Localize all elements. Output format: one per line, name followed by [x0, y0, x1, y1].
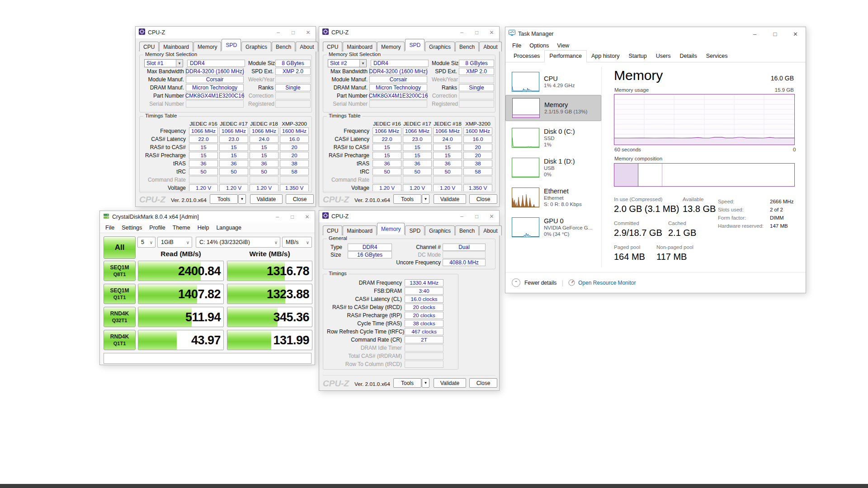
- titlebar[interactable]: Task Manager – □ ✕: [505, 27, 806, 41]
- tab-bench[interactable]: Bench: [272, 42, 295, 52]
- tools-dropdown-icon[interactable]: ▼: [238, 194, 246, 204]
- test-type-button[interactable]: SEQ1M Q8T1: [104, 261, 136, 281]
- tools-button[interactable]: Tools: [393, 194, 421, 204]
- tools-button[interactable]: Tools: [393, 378, 421, 388]
- timing-value: 50: [403, 168, 432, 175]
- menu-item[interactable]: Help: [194, 225, 213, 231]
- menu-item[interactable]: Theme: [169, 225, 194, 231]
- sidebar-item-cpu[interactable]: CPU1% 4.29 GHz: [505, 69, 601, 95]
- menu-item[interactable]: View: [553, 42, 573, 49]
- tab-performance[interactable]: Performance: [544, 50, 587, 62]
- tab-about[interactable]: About: [479, 42, 501, 52]
- tab-graphics[interactable]: Graphics: [241, 42, 271, 52]
- tab-bench[interactable]: Bench: [455, 225, 479, 235]
- tab-app-history[interactable]: App history: [587, 51, 624, 62]
- close-button[interactable]: ✕: [301, 27, 316, 38]
- window-title: Task Manager: [518, 31, 554, 37]
- test-size-select[interactable]: 1GiB∨: [157, 237, 192, 248]
- tab-details[interactable]: Details: [675, 51, 701, 62]
- validate-button[interactable]: Validate: [434, 194, 466, 204]
- sidebar-item-gpu[interactable]: GPU 0NVIDIA GeForce G...0% (34 °C): [505, 214, 601, 240]
- maximize-button[interactable]: □: [469, 27, 484, 38]
- tab-cpu[interactable]: CPU: [323, 225, 342, 235]
- tab-about[interactable]: About: [296, 42, 318, 52]
- validate-button[interactable]: Validate: [250, 194, 283, 204]
- test-type-button[interactable]: RND4K Q32T1: [104, 307, 136, 327]
- close-dialog-button[interactable]: Close: [469, 194, 497, 204]
- slot-select[interactable]: Slot #2 ▼: [328, 59, 367, 67]
- menu-item[interactable]: Language: [212, 225, 245, 231]
- taskbar[interactable]: [0, 484, 868, 488]
- menu-item[interactable]: File: [508, 42, 525, 49]
- minimize-button[interactable]: –: [745, 27, 765, 41]
- minimize-button[interactable]: –: [454, 27, 469, 38]
- tools-button[interactable]: Tools: [210, 194, 238, 204]
- fewer-details-toggle[interactable]: Fewer details: [524, 280, 557, 286]
- field-row: Registered: [248, 100, 311, 108]
- test-type-button[interactable]: SEQ1M Q1T1: [104, 284, 136, 304]
- close-button[interactable]: ✕: [785, 27, 806, 41]
- tab-startup[interactable]: Startup: [624, 51, 651, 62]
- comment-input[interactable]: [104, 353, 311, 364]
- tab-memory[interactable]: Memory: [377, 42, 405, 52]
- tab-services[interactable]: Services: [702, 51, 732, 62]
- target-drive-select[interactable]: C: 14% (33/232GiB)∨: [196, 237, 280, 248]
- titlebar[interactable]: CPU-Z – □ ✕: [319, 27, 499, 38]
- test-count-select[interactable]: 5∨: [137, 237, 156, 248]
- chevron-down-icon[interactable]: ▼: [176, 60, 183, 67]
- open-resource-monitor-link[interactable]: Open Resource Monitor: [568, 279, 636, 286]
- maximize-button[interactable]: □: [469, 211, 484, 222]
- tab-mainboard[interactable]: Mainboard: [343, 225, 377, 235]
- test-type-button[interactable]: RND4K Q1T1: [104, 330, 136, 350]
- menu-item[interactable]: Options: [525, 42, 553, 49]
- timing-value: 16.0: [280, 136, 309, 143]
- minimize-button[interactable]: –: [270, 211, 285, 223]
- tab-users[interactable]: Users: [651, 51, 675, 62]
- minimize-button[interactable]: –: [271, 27, 286, 38]
- close-dialog-button[interactable]: Close: [286, 194, 314, 204]
- tab-mainboard[interactable]: Mainboard: [343, 42, 377, 52]
- titlebar[interactable]: CrystalDiskMark 8.0.4 x64 [Admin] – □ ✕: [100, 211, 315, 223]
- tools-dropdown-icon[interactable]: ▼: [422, 194, 429, 204]
- tab-about[interactable]: About: [479, 225, 501, 235]
- tools-dropdown-icon[interactable]: ▼: [422, 378, 429, 388]
- chevron-up-icon[interactable]: ⌃: [512, 278, 520, 287]
- tab-mainboard[interactable]: Mainboard: [159, 42, 193, 52]
- tab-graphics[interactable]: Graphics: [425, 42, 455, 52]
- menu-item[interactable]: Settings: [118, 225, 146, 231]
- timing-value: 1066 MHz: [403, 127, 432, 135]
- tab-cpu[interactable]: CPU: [323, 42, 342, 52]
- close-button[interactable]: ✕: [300, 211, 315, 223]
- minimize-button[interactable]: –: [454, 211, 469, 222]
- maximize-button[interactable]: □: [285, 211, 300, 223]
- tab-strip: CPUMainboardMemorySPDGraphicsBenchAbout: [138, 39, 313, 51]
- sidebar-item-disk0[interactable]: Disk 0 (C:)SSD1%: [505, 125, 601, 151]
- timing-value: 1600 MHz: [463, 127, 492, 135]
- validate-button[interactable]: Validate: [434, 378, 466, 388]
- tab-bench[interactable]: Bench: [455, 42, 479, 52]
- titlebar[interactable]: CPU-Z – □ ✕: [136, 27, 316, 38]
- menu-item[interactable]: Profile: [146, 225, 169, 231]
- tab-memory[interactable]: Memory: [193, 42, 221, 52]
- sidebar-item-memory[interactable]: Memory2.1/15.9 GB (13%): [505, 95, 601, 121]
- sidebar-item-disk1[interactable]: Disk 1 (D:)USB0%: [505, 155, 601, 181]
- close-button[interactable]: ✕: [484, 211, 499, 222]
- tab-memory[interactable]: Memory: [377, 223, 405, 235]
- menu-item[interactable]: File: [102, 225, 118, 231]
- tab-cpu[interactable]: CPU: [139, 42, 159, 52]
- titlebar[interactable]: CPU-Z – □ ✕: [319, 211, 499, 222]
- unit-select[interactable]: MB/s∨: [282, 237, 312, 248]
- tab-spd[interactable]: SPD: [405, 225, 425, 235]
- sidebar-item-ethernet[interactable]: EthernetEthernetS: 0 R: 8.0 Kbps: [505, 184, 601, 211]
- tab-spd[interactable]: SPD: [222, 39, 241, 51]
- close-button[interactable]: ✕: [484, 27, 499, 38]
- tab-graphics[interactable]: Graphics: [425, 225, 455, 235]
- maximize-button[interactable]: □: [765, 27, 785, 41]
- chevron-down-icon[interactable]: ▼: [359, 60, 366, 67]
- close-dialog-button[interactable]: Close: [469, 378, 497, 388]
- maximize-button[interactable]: □: [286, 27, 301, 38]
- tab-processes[interactable]: Processes: [509, 51, 544, 62]
- tab-spd[interactable]: SPD: [405, 39, 425, 51]
- slot-select[interactable]: Slot #1 ▼: [144, 59, 183, 67]
- test-name: SEQ1M: [110, 287, 129, 295]
